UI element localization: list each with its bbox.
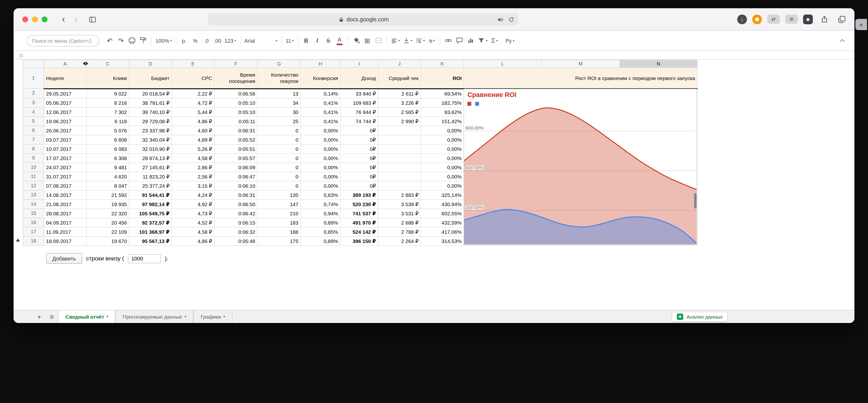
- cell[interactable]: 22 320: [87, 208, 129, 218]
- text-color-button[interactable]: A: [334, 34, 345, 47]
- cell[interactable]: [378, 181, 421, 190]
- header-cell[interactable]: Количество покупок: [257, 68, 301, 88]
- text-wrap-button[interactable]: ▾: [414, 34, 426, 47]
- cell[interactable]: 0:05:10: [214, 107, 257, 116]
- cell[interactable]: 0₽: [340, 144, 378, 153]
- paint-format-button[interactable]: [137, 34, 149, 47]
- cell[interactable]: 0:05:48: [214, 236, 257, 246]
- cell[interactable]: 07.08.2017: [44, 181, 87, 190]
- cell[interactable]: 97 982,14 ₽: [129, 199, 172, 208]
- share-button[interactable]: [818, 13, 830, 25]
- menu-search-input[interactable]: [27, 35, 99, 46]
- rows-count-input[interactable]: [128, 254, 161, 263]
- row-header-5[interactable]: 5: [23, 116, 44, 125]
- cell[interactable]: 0,14%: [301, 88, 340, 98]
- cell[interactable]: 2 788 ₽: [378, 227, 421, 236]
- cell[interactable]: 3 531 ₽: [378, 208, 421, 218]
- cell[interactable]: 91 544,41 ₽: [129, 190, 172, 199]
- cell[interactable]: 21.08.2017: [44, 199, 87, 208]
- cell[interactable]: 147: [257, 199, 301, 208]
- column-header-H[interactable]: H: [301, 60, 340, 68]
- strikethrough-button[interactable]: S: [323, 34, 334, 47]
- cell[interactable]: 0,89%: [301, 218, 340, 227]
- cell[interactable]: 2 565 ₽: [378, 107, 421, 116]
- row-header-8[interactable]: 8: [23, 144, 44, 153]
- cell[interactable]: 0: [257, 135, 301, 144]
- cell[interactable]: 3 226 ₽: [378, 98, 421, 107]
- cell[interactable]: 417,06%: [421, 227, 464, 236]
- cell[interactable]: 0,00%: [421, 172, 464, 181]
- cell[interactable]: 4,89 ₽: [172, 135, 214, 144]
- cell[interactable]: 2 990 ₽: [378, 116, 421, 125]
- insert-link-button[interactable]: [443, 34, 454, 47]
- cell[interactable]: 8 047: [87, 181, 129, 190]
- cell[interactable]: 0:06:10: [214, 181, 257, 190]
- cell[interactable]: 520 230 ₽: [340, 199, 378, 208]
- cell[interactable]: 430,94%: [421, 199, 464, 208]
- cell[interactable]: 69,54%: [421, 88, 464, 98]
- cell[interactable]: 0,85%: [301, 227, 340, 236]
- currency-format-button[interactable]: р.: [179, 34, 190, 47]
- row-header-18[interactable]: 18: [23, 236, 44, 246]
- cell[interactable]: 26.06.2017: [44, 125, 87, 135]
- language-menu-button[interactable]: Ру▾: [504, 34, 516, 47]
- cell[interactable]: 0,00%: [421, 181, 464, 190]
- column-header-J[interactable]: J: [378, 60, 421, 68]
- cell[interactable]: 74 744 ₽: [340, 116, 378, 125]
- new-tab-button[interactable]: +: [856, 19, 867, 30]
- undo-button[interactable]: ↶: [104, 34, 115, 47]
- cell[interactable]: 0,74%: [301, 199, 340, 208]
- cell[interactable]: 0:06:42: [214, 208, 257, 218]
- cell[interactable]: 39 740,10 ₽: [129, 107, 172, 116]
- swap-extension-icon[interactable]: ⇄: [767, 15, 780, 24]
- cell[interactable]: 2 611 ₽: [378, 88, 421, 98]
- cell[interactable]: 17.07.2017: [44, 153, 87, 163]
- all-sheets-menu-button[interactable]: ≡: [45, 310, 58, 323]
- redo-button[interactable]: ↷: [115, 34, 126, 47]
- cell[interactable]: 432,59%: [421, 218, 464, 227]
- cell[interactable]: 0₽: [340, 181, 378, 190]
- row-header-16[interactable]: 16: [23, 218, 44, 227]
- bold-button[interactable]: B: [301, 34, 312, 47]
- formula-bar[interactable]: fx: [13, 51, 855, 60]
- decrease-decimal-button[interactable]: .0: [201, 34, 212, 47]
- merged-header-cell[interactable]: Рост ROI в сравнении с периодом первого …: [464, 68, 697, 88]
- row-header-14[interactable]: 14: [23, 199, 44, 208]
- cell[interactable]: 18.09.2017: [44, 236, 87, 246]
- cell[interactable]: 0:06:50: [214, 199, 257, 208]
- row-header-1[interactable]: 1: [23, 68, 44, 88]
- column-header-L[interactable]: L: [464, 60, 541, 68]
- cell[interactable]: 4,86 ₽: [172, 236, 214, 246]
- cell[interactable]: 314,53%: [421, 236, 464, 246]
- cell[interactable]: 4,52 ₽: [172, 218, 214, 227]
- column-header-D[interactable]: D: [129, 60, 172, 68]
- cell[interactable]: 396 150 ₽: [340, 236, 378, 246]
- cell[interactable]: 0:05:52: [214, 135, 257, 144]
- header-cell[interactable]: Бюджет: [129, 68, 172, 88]
- cell[interactable]: 105 549,75 ₽: [129, 208, 172, 218]
- cell[interactable]: 0:06:15: [214, 218, 257, 227]
- insert-chart-button[interactable]: [465, 34, 476, 47]
- dark-extension-icon[interactable]: ◆: [803, 14, 813, 24]
- cell[interactable]: 0,00%: [301, 181, 340, 190]
- cell[interactable]: 7 302: [87, 107, 129, 116]
- percent-format-button[interactable]: %: [190, 34, 201, 47]
- cell[interactable]: 0:05:57: [214, 153, 257, 163]
- cell[interactable]: 9 481: [87, 163, 129, 172]
- cell[interactable]: 34: [257, 98, 301, 107]
- sidebar-toggle-button[interactable]: [86, 12, 99, 26]
- cell[interactable]: 0,00%: [301, 172, 340, 181]
- cell[interactable]: 20 018,54 ₽: [129, 88, 172, 98]
- cell[interactable]: 27 145,61 ₽: [129, 163, 172, 172]
- cell[interactable]: 0,00%: [301, 135, 340, 144]
- column-header-E[interactable]: E: [172, 60, 214, 68]
- cell[interactable]: 0,63%: [301, 190, 340, 199]
- cell[interactable]: 0,00%: [301, 153, 340, 163]
- cell[interactable]: 0:06:47: [214, 172, 257, 181]
- cell[interactable]: 4,92 ₽: [172, 199, 214, 208]
- font-size-select[interactable]: 11▾: [284, 34, 295, 47]
- cell[interactable]: 23 337,98 ₽: [129, 125, 172, 135]
- header-cell[interactable]: Доход: [340, 68, 378, 88]
- row-header-11[interactable]: 11: [23, 172, 44, 181]
- cell[interactable]: 0:05:11: [214, 116, 257, 125]
